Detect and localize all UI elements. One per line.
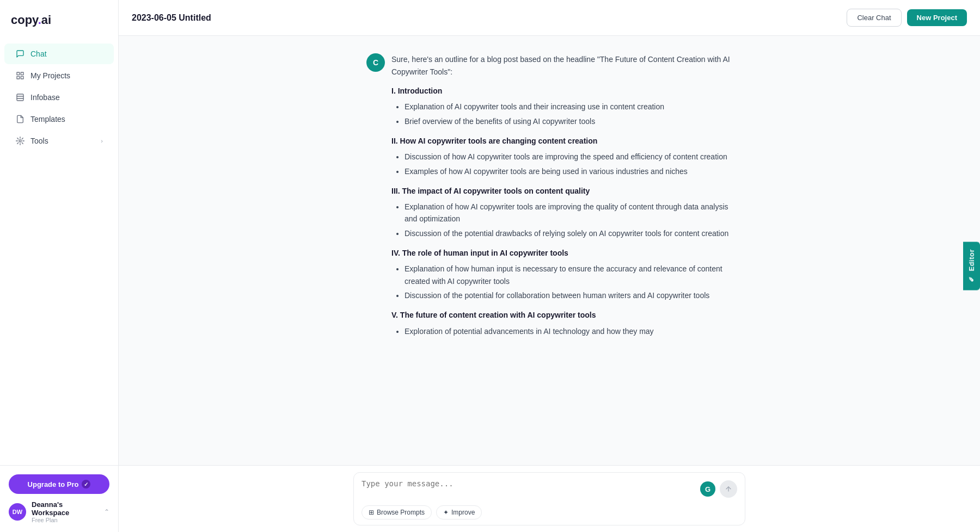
list-item: Exploration of potential advancements in… — [405, 325, 732, 337]
chat-content: C Sure, here's an outline for a blog pos… — [353, 53, 745, 345]
improve-icon: ✦ — [443, 509, 449, 516]
avatar: DW — [9, 503, 26, 521]
svg-rect-0 — [17, 72, 20, 75]
header: 2023-06-05 Untitled Clear Chat New Proje… — [119, 0, 980, 36]
svg-rect-4 — [17, 94, 23, 101]
sidebar-item-templates-label: Templates — [30, 115, 65, 123]
header-actions: Clear Chat New Project — [847, 9, 967, 27]
section-heading-future: V. The future of content creation with A… — [391, 309, 732, 321]
section-heading-human-input: IV. The role of human input in AI copywr… — [391, 247, 732, 259]
sidebar-item-chat-label: Chat — [30, 50, 47, 58]
outline-section-quality: III. The impact of AI copywriter tools o… — [391, 185, 732, 239]
section-heading-quality: III. The impact of AI copywriter tools o… — [391, 185, 732, 197]
sidebar-nav: Chat My Projects Infobase Templates Tool… — [0, 38, 118, 465]
editor-icon: ✎ — [968, 275, 976, 283]
svg-point-7 — [19, 140, 21, 142]
list-item: Explanation of AI copywriter tools and t… — [405, 101, 732, 113]
input-row: G — [354, 473, 745, 505]
svg-rect-2 — [17, 76, 20, 79]
upgrade-label: Upgrade to Pro — [28, 480, 79, 488]
outline-section-changing: II. How AI copywriter tools are changing… — [391, 135, 732, 177]
bottom-bar: G ⊞ Browse Prompts ✦ Improve — [119, 465, 980, 532]
list-item: Examples of how AI copywriter tools are … — [405, 165, 732, 177]
list-item: Discussion of how AI copywriter tools ar… — [405, 151, 732, 163]
outline-list-changing: Discussion of how AI copywriter tools ar… — [391, 151, 732, 177]
logo: copy.ai — [0, 0, 118, 38]
infobase-icon — [15, 92, 25, 102]
workspace-info: Deanna's Workspace Free Plan — [32, 500, 99, 523]
sidebar-item-tools-label: Tools — [30, 137, 48, 145]
chat-icon — [15, 49, 25, 59]
message-intro: Sure, here's an outline for a blog post … — [391, 53, 732, 78]
tools-chevron-icon: › — [101, 138, 103, 144]
message-body: Sure, here's an outline for a blog post … — [391, 53, 732, 345]
sidebar-item-infobase-label: Infobase — [30, 93, 60, 102]
list-item: Brief overview of the benefits of using … — [405, 115, 732, 127]
browse-prompts-icon: ⊞ — [369, 509, 374, 516]
sidebar-bottom: Upgrade to Pro ✓ DW Deanna's Workspace F… — [0, 465, 118, 532]
tools-icon — [15, 136, 25, 146]
send-button[interactable] — [720, 480, 737, 498]
browse-prompts-button[interactable]: ⊞ Browse Prompts — [362, 505, 432, 519]
section-heading-changing: II. How AI copywriter tools are changing… — [391, 135, 732, 147]
grammarly-icon: G — [700, 481, 715, 497]
assistant-avatar: C — [366, 53, 385, 72]
main-content: 2023-06-05 Untitled Clear Chat New Proje… — [119, 0, 980, 532]
editor-tab[interactable]: ✎ Editor — [963, 242, 980, 290]
input-container: G ⊞ Browse Prompts ✦ Improve — [353, 472, 745, 525]
clear-chat-button[interactable]: Clear Chat — [847, 9, 901, 27]
outline-list-future: Exploration of potential advancements in… — [391, 325, 732, 337]
projects-icon — [15, 71, 25, 81]
outline-list-intro: Explanation of AI copywriter tools and t… — [391, 101, 732, 127]
list-item: Discussion of the potential drawbacks of… — [405, 227, 732, 239]
chat-area: C Sure, here's an outline for a blog pos… — [119, 36, 980, 465]
svg-rect-1 — [21, 72, 23, 75]
outline-list-human-input: Explanation of how human input is necess… — [391, 263, 732, 301]
editor-tab-label: Editor — [967, 249, 976, 271]
browse-prompts-label: Browse Prompts — [377, 509, 425, 516]
sidebar-item-my-projects-label: My Projects — [30, 71, 70, 80]
workspace-name: Deanna's Workspace — [32, 500, 99, 517]
sidebar-item-infobase[interactable]: Infobase — [4, 87, 114, 108]
sidebar-item-tools[interactable]: Tools › — [4, 131, 114, 151]
upgrade-button[interactable]: Upgrade to Pro ✓ — [9, 474, 109, 494]
workspace-plan: Free Plan — [32, 517, 99, 523]
svg-rect-3 — [21, 76, 23, 79]
outline-list-quality: Explanation of how AI copywriter tools a… — [391, 201, 732, 239]
list-item: Explanation of how AI copywriter tools a… — [405, 201, 732, 225]
list-item: Explanation of how human input is necess… — [405, 263, 732, 287]
workspace-chevron-icon: ⌃ — [104, 508, 109, 516]
improve-label: Improve — [451, 509, 475, 516]
outline-section-intro: I. Introduction Explanation of AI copywr… — [391, 85, 732, 127]
workspace-row[interactable]: DW Deanna's Workspace Free Plan ⌃ — [9, 500, 109, 523]
list-item: Discussion of the potential for collabor… — [405, 289, 732, 301]
chat-input[interactable] — [362, 478, 696, 500]
sidebar-item-chat[interactable]: Chat — [4, 44, 114, 64]
toolbar-row: ⊞ Browse Prompts ✦ Improve — [354, 505, 745, 525]
page-title: 2023-06-05 Untitled — [132, 13, 211, 23]
outline-section-future: V. The future of content creation with A… — [391, 309, 732, 337]
new-project-button[interactable]: New Project — [907, 9, 967, 26]
templates-icon — [15, 114, 25, 124]
section-heading-intro: I. Introduction — [391, 85, 732, 97]
check-icon: ✓ — [82, 480, 90, 488]
sidebar-item-templates[interactable]: Templates — [4, 109, 114, 129]
outline-section-human-input: IV. The role of human input in AI copywr… — [391, 247, 732, 301]
sidebar: copy.ai Chat My Projects Infobase Templa… — [0, 0, 119, 532]
improve-button[interactable]: ✦ Improve — [436, 505, 482, 519]
message-row: C Sure, here's an outline for a blog pos… — [366, 53, 732, 345]
sidebar-item-my-projects[interactable]: My Projects — [4, 65, 114, 86]
